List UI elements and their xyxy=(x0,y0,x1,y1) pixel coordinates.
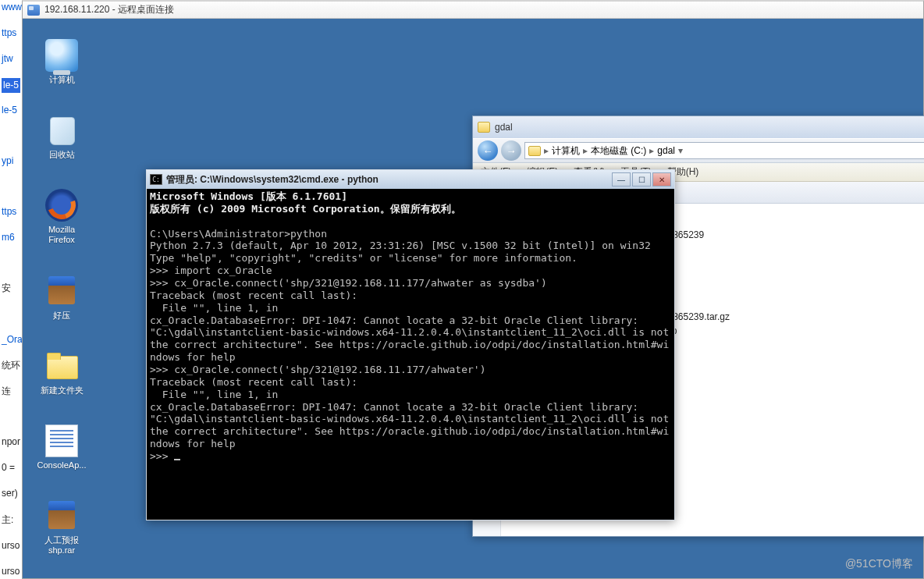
icon-label: ConsoleAp... xyxy=(34,460,90,471)
folder-icon xyxy=(528,146,541,156)
breadcrumb[interactable]: gdal xyxy=(657,145,675,156)
desktop-icon-console-ap[interactable]: ConsoleAp... xyxy=(34,424,90,471)
icon-label: MozillaFirefox xyxy=(34,225,90,245)
explorer-navbar: ← → ▸ 计算机 ▸ 本地磁盘 (C:) ▸ gdal ▾ xyxy=(473,138,924,163)
rdp-title: 192.168.11.220 - 远程桌面连接 xyxy=(44,3,174,16)
desktop-icon-shp-rar[interactable]: 人工预报shp.rar xyxy=(34,499,90,556)
nav-back-button[interactable]: ← xyxy=(478,140,498,161)
desktop-icon-computer[interactable]: 计算机 xyxy=(34,39,90,85)
remote-desktop[interactable]: gdal ← → ▸ 计算机 ▸ 本地磁盘 (C:) ▸ gdal ▾ 文件(F… xyxy=(23,19,923,578)
cmd-body[interactable]: Microsoft Windows [版本 6.1.7601] 版权所有 (c)… xyxy=(147,189,674,520)
icon-label: 新建文件夹 xyxy=(34,385,90,396)
cmd-titlebar[interactable]: C: 管理员: C:\Windows\system32\cmd.exe - py… xyxy=(147,170,674,189)
cmd-icon: C: xyxy=(150,174,162,185)
computer-icon xyxy=(45,39,78,72)
recycle-bin-icon xyxy=(45,114,78,147)
watermark: @51CTO博客 xyxy=(845,557,913,571)
maximize-button[interactable]: ☐ xyxy=(632,172,651,186)
shp-rar-icon xyxy=(45,499,78,532)
close-button[interactable]: ✕ xyxy=(652,172,671,186)
haozip-icon xyxy=(45,275,78,307)
cmd-window[interactable]: C: 管理员: C:\Windows\system32\cmd.exe - py… xyxy=(146,169,675,520)
icon-label: 回收站 xyxy=(34,150,90,160)
left-bleed-column: wwwttpsjtwle-5le-5ypittpsm6安_Ora统环连npor0… xyxy=(0,0,23,579)
icon-label: 人工预报shp.rar xyxy=(34,535,90,556)
rdp-icon xyxy=(27,5,40,16)
folder-icon xyxy=(478,122,490,133)
desktop-icon-new-folder[interactable]: 新建文件夹 xyxy=(34,350,90,396)
firefox-icon xyxy=(45,189,78,222)
rdp-titlebar[interactable]: 192.168.11.220 - 远程桌面连接 xyxy=(23,2,923,19)
desktop-icon-haozip[interactable]: 好压 xyxy=(34,275,90,321)
explorer-titlebar[interactable]: gdal xyxy=(473,116,924,138)
minimize-button[interactable]: — xyxy=(612,172,631,186)
breadcrumb[interactable]: 计算机 xyxy=(552,144,580,158)
breadcrumb[interactable]: 本地磁盘 (C:) xyxy=(591,144,646,158)
rdp-window: 192.168.11.220 - 远程桌面连接 gdal ← → ▸ 计算机 ▸… xyxy=(22,0,924,579)
desktop-icon-recycle-bin[interactable]: 回收站 xyxy=(34,114,90,160)
desktop-icon-firefox[interactable]: MozillaFirefox xyxy=(34,189,90,245)
new-folder-icon xyxy=(45,350,78,382)
explorer-title: gdal xyxy=(495,122,513,133)
nav-forward-button[interactable]: → xyxy=(501,140,521,161)
cmd-title: 管理员: C:\Windows\system32\cmd.exe - pytho… xyxy=(166,173,612,186)
console-ap-icon xyxy=(45,424,78,457)
address-bar[interactable]: ▸ 计算机 ▸ 本地磁盘 (C:) ▸ gdal ▾ xyxy=(524,142,924,159)
icon-label: 好压 xyxy=(34,311,90,321)
icon-label: 计算机 xyxy=(34,75,90,85)
